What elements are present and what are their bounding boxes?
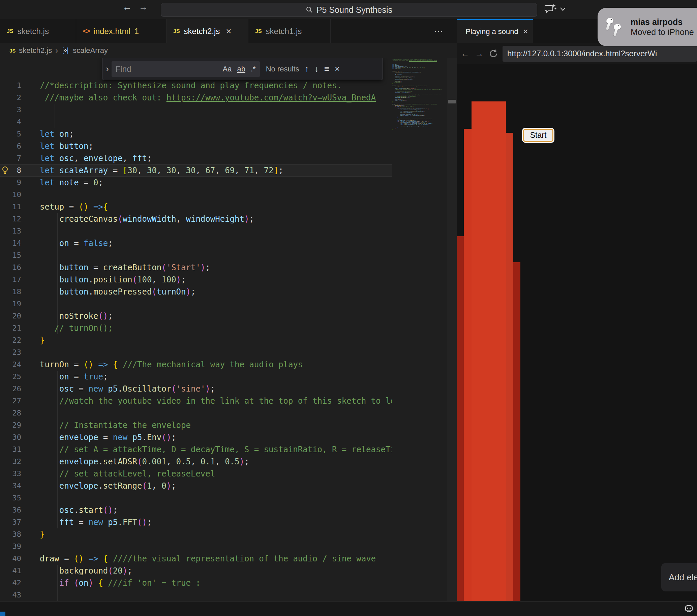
add-element-button[interactable]: Add element [661,563,697,591]
line-number: 20 [0,310,21,322]
code-text: let osc, envelope, fft; [40,152,152,164]
whole-word-icon[interactable]: ab [237,65,246,73]
more-actions-icon[interactable]: ⋯ [434,26,444,37]
line-number: 7 [0,152,21,164]
code-text: if (on) { ///if 'on' = true : [40,577,201,589]
line-number: 13 [0,225,21,237]
find-close-icon[interactable]: × [335,64,340,74]
tab-sketch1.js[interactable]: JSsketch1.js [248,19,331,43]
indent-guide [57,225,58,237]
line-number: 37 [0,516,21,528]
line-number: 1 [0,79,21,92]
reload-icon[interactable] [488,48,499,59]
indent-guide [57,589,58,601]
code-text: envelope.setADSR(0.001, 0.5, 0.1, 0.5); [40,455,249,468]
bar-d [457,236,464,601]
code-text: fft = new p5.FFT(); [40,516,152,528]
airpods-notification[interactable]: mias airpods Moved to iPhone [597,8,697,46]
find-previous-icon[interactable]: ↑ [305,64,309,74]
code-text: button.position(100, 100); [40,274,186,286]
match-case-icon[interactable]: Aa [223,65,232,73]
code-line-40: 40draw = () => { ////the visual represen… [0,553,392,565]
regex-icon[interactable]: .* [251,65,256,73]
tab-sketch2.js[interactable]: JSsketch2.js× [166,19,248,43]
command-center-search[interactable]: P5 Sound Synthesis [161,3,537,17]
line-number: 11 [0,201,21,213]
editor-scrollbar[interactable] [447,58,457,601]
js-file-icon: JS [7,28,14,34]
code-line-1: 1//*description: Synthesize sound and pl… [0,79,392,92]
preview-back-icon[interactable]: ← [459,48,471,59]
line-number: 32 [0,455,21,468]
find-next-icon[interactable]: ↓ [314,64,319,74]
code-line-28: 28 [0,407,392,419]
start-button[interactable]: Start [523,129,553,142]
code-line-43: 43 [0,589,392,601]
code-text: ///maybe also check out: https://www.you… [40,92,376,104]
minimap-line: //watch the youtube video in the link at… [392,89,447,90]
lightbulb-icon[interactable] [1,166,9,176]
history-forward-icon[interactable]: → [137,2,149,13]
line-number: 2 [0,92,21,104]
history-back-icon[interactable]: ← [121,2,133,13]
js-file-icon: JS [173,28,180,34]
indent-guide [55,104,55,116]
code-line-10: 10 [0,189,392,201]
code-text: //*description: Synthesize sound and pla… [40,79,342,92]
line-number: 43 [0,589,21,601]
minimap[interactable]: //*description: Synthesize sound and pla… [392,58,447,601]
line-number: 5 [0,128,21,140]
breadcrumb-separator: › [55,46,58,55]
bottom-strip [0,601,697,616]
code-line-19: 19 [0,298,392,310]
tab-close-icon[interactable]: × [226,27,231,36]
line-number: 38 [0,528,21,541]
line-number: 15 [0,249,21,261]
code-line-5: 5let on; [0,128,392,140]
file-js-icon: JS [10,48,15,54]
preview-forward-icon[interactable]: → [474,48,485,59]
tab-index.html[interactable]: <>index.html1 [76,19,166,43]
scrollbar-thumb[interactable] [448,100,456,103]
code-text: // set attackLevel, releaseLevel [40,468,215,480]
code-editor[interactable]: 1//*description: Synthesize sound and pl… [0,58,392,601]
copilot-icon[interactable] [683,603,694,614]
line-number: 6 [0,140,21,152]
code-text: let note = 0; [40,177,103,189]
breadcrumb-symbol[interactable]: scaleArray [73,46,108,55]
find-results-label: No results [266,65,299,73]
preview-tab-title: Playing a sound [465,27,518,36]
bar-b [464,129,472,601]
preview-tab-close-icon[interactable]: × [523,26,528,37]
line-number: 27 [0,395,21,407]
tab-badge: 1 [134,27,139,36]
line-number: 3 [0,104,21,116]
find-collapse-icon[interactable]: › [106,64,109,74]
line-number: 17 [0,274,21,286]
code-line-38: 38} [0,528,392,541]
code-line-31: 31 // set A = attackTime, D = decayTime,… [0,444,392,455]
line-number: 26 [0,383,21,395]
find-in-selection-icon[interactable]: ≡ [324,64,329,74]
tab-label: index.html [93,27,130,36]
tab-playing-a-sound[interactable]: Playing a sound × [457,19,533,43]
code-text: button = createButton('Start'); [40,261,210,274]
code-text: let button; [40,140,93,152]
code-line-32: 32 envelope.setADSR(0.001, 0.5, 0.1, 0.5… [0,455,392,468]
preview-navbar: ← → http://127.0.0.1:3000/index.html?ser… [457,43,697,64]
url-bar[interactable]: http://127.0.0.1:3000/index.html?serverW… [503,46,697,62]
find-input[interactable]: Find Aa ab .* [112,61,260,77]
tab-sketch.js[interactable]: JSsketch.js [0,19,76,43]
line-number: 21 [0,322,21,334]
line-number: 4 [0,116,21,128]
code-line-12: 12 createCanvas(windowWidth, windowHeigh… [0,213,392,225]
code-line-35: 35 [0,492,392,504]
breadcrumb-file[interactable]: sketch2.js [19,46,52,55]
code-text: } [40,528,44,541]
copilot-chat-button[interactable] [544,3,566,15]
code-line-39: 39 [0,541,392,553]
indent-guide [57,249,58,261]
code-line-15: 15 [0,249,392,261]
vscode-window: ← → P5 Sound Synthesis JSsketch.js<>inde… [0,0,697,616]
code-text: draw = () => { ////the visual representa… [40,553,376,565]
